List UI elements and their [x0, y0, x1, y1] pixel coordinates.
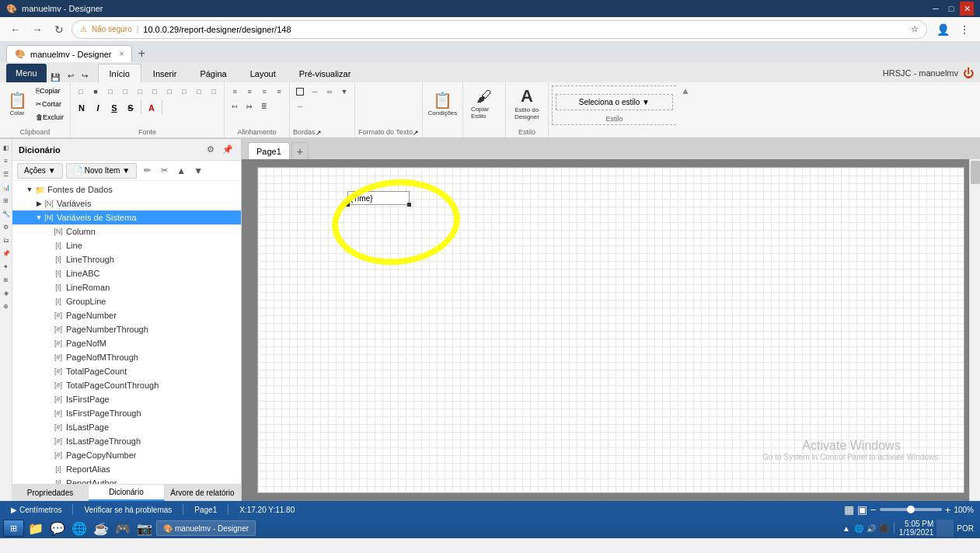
tree-item-line[interactable]: [I] Line: [12, 238, 241, 252]
refresh-button[interactable]: ↻: [50, 20, 68, 39]
redo-button[interactable]: ↪: [78, 69, 92, 82]
edit-button-1[interactable]: ✏: [140, 164, 154, 178]
v-scrollbar[interactable]: [969, 159, 980, 501]
back-button[interactable]: ←: [6, 20, 25, 39]
taskbar-browser-icon[interactable]: 🌐: [69, 520, 89, 537]
shape-btn-3[interactable]: □: [103, 85, 117, 99]
shape-btn-6[interactable]: □: [148, 85, 162, 99]
shape-btn-5[interactable]: □: [133, 85, 147, 99]
shape-btn-8[interactable]: □: [177, 85, 191, 99]
sidebar-pin-button[interactable]: 📌: [221, 143, 235, 157]
scrollbar-thumb[interactable]: [971, 161, 980, 184]
bordas-more[interactable]: ▼: [337, 85, 351, 99]
nav-up-button[interactable]: ▲: [174, 164, 188, 178]
show-desktop-button[interactable]: [936, 520, 954, 537]
zoom-minus-button[interactable]: −: [870, 504, 877, 516]
ribbon-tab-pagina[interactable]: Página: [188, 64, 238, 82]
tree-item-variaveis-sistema[interactable]: ▼ [N] Variáveis de Sistema: [12, 210, 241, 224]
paste-button[interactable]: 📋 Colar: [3, 85, 31, 122]
bordas-expand-button[interactable]: ↗: [316, 129, 322, 137]
taskbar-java-icon[interactable]: ☕: [91, 520, 111, 537]
left-tool-2[interactable]: ≡: [1, 155, 12, 166]
bold-button[interactable]: N: [74, 100, 89, 116]
tab-propriedades[interactable]: Propriedades: [12, 485, 89, 501]
acoes-button[interactable]: Ações ▼: [17, 163, 63, 179]
resize-bl[interactable]: [346, 203, 350, 207]
address-bar[interactable]: ⚠ Não seguro | 10.0.0.29/report-designer…: [71, 20, 927, 39]
border-expand-button[interactable]: ↔: [293, 99, 307, 113]
border-style-button[interactable]: ─: [308, 85, 322, 99]
sidebar-gear-button[interactable]: ⚙: [204, 143, 218, 157]
save-button-ribbon[interactable]: 💾: [47, 72, 64, 82]
border-width-button[interactable]: ═: [323, 85, 337, 99]
tree-item-isfirstpage[interactable]: [#] IsFirstPage: [12, 392, 241, 406]
align-right-button[interactable]: ≡: [257, 85, 271, 99]
ribbon-tab-inserir[interactable]: Inserir: [141, 64, 189, 82]
tree-item-lineroman[interactable]: [I] LineRoman: [12, 280, 241, 294]
add-page-button[interactable]: +: [291, 142, 309, 159]
ribbon-tab-layout[interactable]: Layout: [239, 64, 288, 82]
indent-decrease-button[interactable]: ↤: [228, 99, 242, 113]
taskbar-camera-icon[interactable]: 📷: [134, 520, 155, 537]
tree-item-reportalias[interactable]: [I] ReportAlias: [12, 462, 241, 476]
time-element[interactable]: {Time}: [347, 191, 410, 205]
left-tool-9[interactable]: 📌: [1, 248, 12, 259]
cut-button[interactable]: ✂ Cortar: [33, 98, 67, 110]
canvas-tab-page1[interactable]: Page1: [248, 142, 290, 159]
taskbar-active-app[interactable]: 🎨 manuelmv - Designer: [156, 520, 256, 536]
tree-item-pagenofmthrough[interactable]: [#] PageNofMThrough: [12, 350, 241, 364]
left-tool-3[interactable]: ☰: [1, 169, 12, 179]
align-justify-button[interactable]: ≡: [272, 85, 286, 99]
start-button[interactable]: ⊞: [3, 520, 24, 537]
page-indicator[interactable]: Page1: [190, 503, 221, 516]
tree-item-totalpagecountthrough[interactable]: [#] TotalPageCountThrough: [12, 378, 241, 392]
shape-btn-2[interactable]: ■: [89, 85, 103, 99]
formato-expand-button[interactable]: ↗: [413, 129, 419, 137]
estilo-designer-button[interactable]: A Estilo doDesigner: [513, 85, 541, 122]
condicoes-button[interactable]: 📋 Condições: [428, 85, 456, 122]
ribbon-collapse-button[interactable]: ▲: [681, 85, 690, 96]
left-tool-1[interactable]: ◧: [1, 142, 12, 153]
view-mode-1-button[interactable]: ▦: [844, 503, 854, 516]
shape-btn-4[interactable]: □: [118, 85, 132, 99]
tab-dicionario[interactable]: Dicionário: [89, 485, 165, 501]
ribbon-power-button[interactable]: ⏻: [963, 67, 974, 79]
unit-selector[interactable]: ▶ Centímetros: [6, 503, 66, 516]
profile-button[interactable]: 👤: [933, 20, 952, 39]
copiar-estilo-button[interactable]: 🖌 Copiar Estilo: [470, 85, 498, 122]
tree-item-lineabc[interactable]: [I] LineABC: [12, 266, 241, 280]
tree-item-linethrough[interactable]: [I] LineThrough: [12, 252, 241, 266]
forward-button[interactable]: →: [28, 20, 47, 39]
star-icon[interactable]: ☆: [911, 24, 919, 34]
strikethrough-button[interactable]: S: [123, 100, 138, 116]
ribbon-tab-previsualizar[interactable]: Pré-visualizar: [288, 64, 363, 82]
tab-arvore[interactable]: Árvore de relatório: [165, 485, 241, 501]
taskbar-folder-icon[interactable]: 📁: [26, 520, 46, 537]
shape-btn-10[interactable]: □: [207, 85, 221, 99]
taskbar-game-icon[interactable]: 🎮: [113, 520, 133, 537]
browser-tab-active[interactable]: 🎨 manuelmv - Designer ×: [6, 45, 132, 62]
shape-btn-7[interactable]: □: [162, 85, 176, 99]
font-color-button[interactable]: A: [144, 100, 159, 116]
close-button[interactable]: ✕: [960, 2, 974, 16]
maximize-button[interactable]: □: [944, 2, 958, 16]
indent-increase-button[interactable]: ↦: [242, 99, 256, 113]
nav-down-button[interactable]: ▼: [191, 164, 205, 178]
tree-item-groupline[interactable]: [I] GroupLine: [12, 294, 241, 308]
left-tool-5[interactable]: ⊞: [1, 195, 12, 206]
minimize-button[interactable]: ─: [929, 2, 943, 16]
left-tool-12[interactable]: ◈: [1, 287, 12, 298]
edit-button-2[interactable]: ✂: [157, 164, 171, 178]
shape-btn-9[interactable]: □: [192, 85, 206, 99]
left-tool-13[interactable]: ⊕: [1, 301, 12, 311]
align-left-button[interactable]: ≡: [228, 85, 242, 99]
tree-item-islastpagethrough[interactable]: [#] IsLastPageThrough: [12, 434, 241, 448]
tree-item-reportauthor[interactable]: [I] ReportAuthor: [12, 476, 241, 484]
tree-item-pagenumber[interactable]: [#] PageNumber: [12, 308, 241, 322]
canvas-scroll[interactable]: {Time} Activate Windows Go to System in …: [242, 159, 980, 501]
left-tool-6[interactable]: 🔧: [1, 208, 12, 219]
zoom-plus-button[interactable]: +: [945, 504, 951, 516]
taskbar-chat-icon[interactable]: 💬: [47, 520, 68, 537]
shape-btn-1[interactable]: □: [74, 85, 88, 99]
tab-close-button[interactable]: ×: [120, 50, 124, 58]
